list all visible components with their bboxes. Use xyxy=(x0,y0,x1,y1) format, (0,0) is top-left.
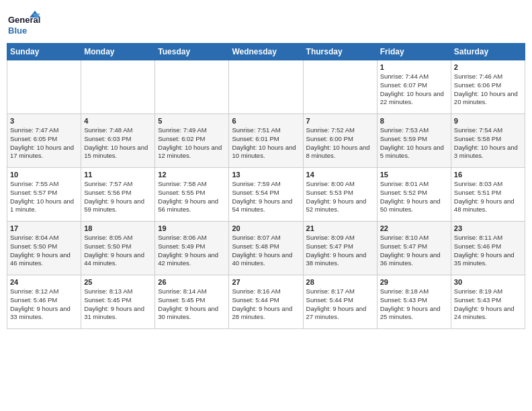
day-number: 14 xyxy=(306,171,374,179)
calendar-cell: 14Sunrise: 8:00 AMSunset: 5:53 PMDayligh… xyxy=(303,168,377,222)
cell-content: Sunset: 5:51 PM xyxy=(454,189,522,197)
cell-content: Sunset: 5:44 PM xyxy=(306,296,374,305)
cell-content: Daylight: 9 hours and 46 minutes. xyxy=(10,251,78,269)
cell-content: Sunset: 5:59 PM xyxy=(380,135,448,144)
cell-content: Sunrise: 8:05 AM xyxy=(84,234,152,242)
weekday-header-sunday: Sunday xyxy=(7,44,81,60)
cell-content: Daylight: 9 hours and 52 minutes. xyxy=(306,197,374,215)
calendar-cell: 1Sunrise: 7:44 AMSunset: 6:07 PMDaylight… xyxy=(377,60,451,114)
calendar-cell: 22Sunrise: 8:10 AMSunset: 5:47 PMDayligh… xyxy=(377,222,451,275)
cell-content: Sunset: 5:45 PM xyxy=(158,296,226,305)
day-number: 22 xyxy=(380,224,448,232)
cell-content: Sunset: 5:55 PM xyxy=(158,189,226,197)
cell-content: Daylight: 9 hours and 33 minutes. xyxy=(10,305,78,322)
calendar-cell: 19Sunrise: 8:06 AMSunset: 5:49 PMDayligh… xyxy=(155,222,229,275)
cell-content: Sunset: 5:54 PM xyxy=(232,189,300,197)
cell-content: Sunrise: 8:13 AM xyxy=(84,287,152,296)
cell-content: Sunset: 6:02 PM xyxy=(158,135,226,144)
day-number: 13 xyxy=(232,171,300,179)
cell-content: Sunrise: 7:54 AM xyxy=(454,126,522,135)
logo: General Blue xyxy=(7,9,40,39)
cell-content: Sunrise: 8:17 AM xyxy=(306,287,374,296)
calendar-header-row: SundayMondayTuesdayWednesdayThursdayFrid… xyxy=(7,44,525,60)
day-number: 16 xyxy=(454,171,522,179)
cell-content: Daylight: 10 hours and 8 minutes. xyxy=(306,144,374,161)
calendar-cell: 27Sunrise: 8:16 AMSunset: 5:44 PMDayligh… xyxy=(229,275,303,329)
calendar-cell: 16Sunrise: 8:03 AMSunset: 5:51 PMDayligh… xyxy=(451,168,525,222)
cell-content: Sunrise: 8:11 AM xyxy=(454,234,522,242)
calendar-cell: 15Sunrise: 8:01 AMSunset: 5:52 PMDayligh… xyxy=(377,168,451,222)
cell-content: Daylight: 9 hours and 48 minutes. xyxy=(454,197,522,215)
calendar-cell: 28Sunrise: 8:17 AMSunset: 5:44 PMDayligh… xyxy=(303,275,377,329)
calendar-cell xyxy=(7,60,81,114)
calendar-cell xyxy=(303,60,377,114)
cell-content: Sunrise: 7:49 AM xyxy=(158,126,226,135)
calendar-week-row: 24Sunrise: 8:12 AMSunset: 5:46 PMDayligh… xyxy=(7,275,525,329)
calendar-cell xyxy=(81,60,155,114)
day-number: 12 xyxy=(158,171,226,179)
cell-content: Daylight: 9 hours and 31 minutes. xyxy=(84,305,152,322)
cell-content: Sunrise: 7:53 AM xyxy=(380,126,448,135)
calendar-cell: 12Sunrise: 7:58 AMSunset: 5:55 PMDayligh… xyxy=(155,168,229,222)
day-number: 19 xyxy=(158,224,226,232)
cell-content: Sunrise: 7:44 AM xyxy=(380,73,448,81)
cell-content: Daylight: 9 hours and 50 minutes. xyxy=(380,197,448,215)
cell-content: Daylight: 10 hours and 17 minutes. xyxy=(10,144,78,161)
cell-content: Sunset: 6:00 PM xyxy=(306,135,374,144)
day-number: 24 xyxy=(10,278,78,286)
cell-content: Sunrise: 7:47 AM xyxy=(10,126,78,135)
calendar-cell: 23Sunrise: 8:11 AMSunset: 5:46 PMDayligh… xyxy=(451,222,525,275)
cell-content: Daylight: 10 hours and 5 minutes. xyxy=(380,144,448,161)
calendar-cell: 26Sunrise: 8:14 AMSunset: 5:45 PMDayligh… xyxy=(155,275,229,329)
cell-content: Daylight: 9 hours and 54 minutes. xyxy=(232,197,300,215)
day-number: 10 xyxy=(10,171,78,179)
cell-content: Sunset: 5:57 PM xyxy=(10,189,78,197)
calendar-cell: 7Sunrise: 7:52 AMSunset: 6:00 PMDaylight… xyxy=(303,114,377,168)
cell-content: Sunrise: 8:00 AM xyxy=(306,180,374,189)
day-number: 2 xyxy=(454,63,522,71)
cell-content: Daylight: 9 hours and 56 minutes. xyxy=(158,197,226,215)
logo-svg: General Blue xyxy=(7,9,40,39)
cell-content: Sunset: 5:48 PM xyxy=(232,242,300,251)
cell-content: Daylight: 10 hours and 22 minutes. xyxy=(380,90,448,107)
calendar-week-row: 17Sunrise: 8:04 AMSunset: 5:50 PMDayligh… xyxy=(7,222,525,275)
cell-content: Sunset: 5:44 PM xyxy=(232,296,300,305)
cell-content: Daylight: 9 hours and 27 minutes. xyxy=(306,305,374,322)
day-number: 27 xyxy=(232,278,300,286)
cell-content: Daylight: 9 hours and 42 minutes. xyxy=(158,251,226,269)
cell-content: Sunset: 5:52 PM xyxy=(380,189,448,197)
cell-content: Sunrise: 8:03 AM xyxy=(454,180,522,189)
day-number: 26 xyxy=(158,278,226,286)
cell-content: Daylight: 9 hours and 38 minutes. xyxy=(306,251,374,269)
cell-content: Sunset: 6:05 PM xyxy=(10,135,78,144)
cell-content: Sunrise: 7:55 AM xyxy=(10,180,78,189)
calendar-cell xyxy=(229,60,303,114)
day-number: 15 xyxy=(380,171,448,179)
cell-content: Sunset: 5:58 PM xyxy=(454,135,522,144)
cell-content: Sunset: 5:50 PM xyxy=(10,242,78,251)
cell-content: Sunrise: 8:07 AM xyxy=(232,234,300,242)
cell-content: Sunrise: 8:01 AM xyxy=(380,180,448,189)
day-number: 29 xyxy=(380,278,448,286)
cell-content: Daylight: 9 hours and 24 minutes. xyxy=(454,305,522,322)
calendar-cell: 30Sunrise: 8:19 AMSunset: 5:43 PMDayligh… xyxy=(451,275,525,329)
calendar-cell: 25Sunrise: 8:13 AMSunset: 5:45 PMDayligh… xyxy=(81,275,155,329)
cell-content: Sunset: 6:03 PM xyxy=(84,135,152,144)
weekday-header-friday: Friday xyxy=(377,44,451,60)
day-number: 11 xyxy=(84,171,152,179)
cell-content: Daylight: 10 hours and 20 minutes. xyxy=(454,90,522,107)
cell-content: Sunrise: 8:10 AM xyxy=(380,234,448,242)
cell-content: Sunset: 5:43 PM xyxy=(380,296,448,305)
calendar-cell xyxy=(155,60,229,114)
calendar-cell: 10Sunrise: 7:55 AMSunset: 5:57 PMDayligh… xyxy=(7,168,81,222)
day-number: 21 xyxy=(306,224,374,232)
cell-content: Daylight: 10 hours and 1 minute. xyxy=(10,197,78,215)
day-number: 9 xyxy=(454,117,522,125)
calendar-table: SundayMondayTuesdayWednesdayThursdayFrid… xyxy=(7,43,525,329)
calendar-week-row: 10Sunrise: 7:55 AMSunset: 5:57 PMDayligh… xyxy=(7,168,525,222)
cell-content: Sunrise: 8:18 AM xyxy=(380,287,448,296)
day-number: 8 xyxy=(380,117,448,125)
day-number: 6 xyxy=(232,117,300,125)
day-number: 25 xyxy=(84,278,152,286)
calendar-cell: 11Sunrise: 7:57 AMSunset: 5:56 PMDayligh… xyxy=(81,168,155,222)
